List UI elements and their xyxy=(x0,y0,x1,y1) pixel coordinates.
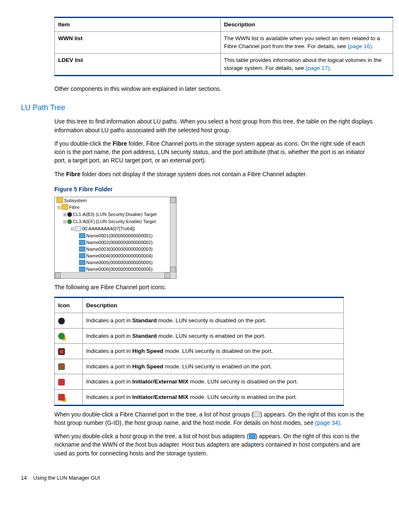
tree-node-hba[interactable]: Name0002(0000000000000002) xyxy=(55,239,176,246)
hba-icon xyxy=(79,240,85,245)
paragraph: The Fibre folder does not display if the… xyxy=(54,170,374,178)
tree-node-hba[interactable]: Name0006(0000000000000006) xyxy=(55,266,176,272)
cell-icon xyxy=(55,313,83,329)
paragraph: When you double-click a Fibre Channel po… xyxy=(54,410,374,427)
hba-icon xyxy=(79,253,85,258)
figure-caption: Figure 5 Fibre Folder xyxy=(54,185,374,193)
th-icon: Icon xyxy=(55,297,83,313)
cell-desc: Indicates a port in High Speed mode. LUN… xyxy=(83,359,344,374)
table-row: Indicates a port in Standard mode. LUN s… xyxy=(55,313,344,329)
vertical-scrollbar[interactable] xyxy=(170,197,176,272)
table-row: WWN list The WWN list is available when … xyxy=(55,31,393,53)
paragraph: Use this tree to find information about … xyxy=(54,117,374,134)
th-item: Item xyxy=(55,18,221,32)
cell-desc: The WWN list is available when you selec… xyxy=(220,31,393,53)
link-page-17[interactable]: (page 17) xyxy=(306,65,330,71)
table-row: Indicates a port in Initiator/External M… xyxy=(55,374,344,390)
hba-icon xyxy=(79,267,85,272)
page-number: 14 xyxy=(21,475,27,481)
cell-icon xyxy=(55,359,83,374)
hostgroup-icon xyxy=(75,226,81,231)
tree-node-port[interactable]: ⊟CL3-A(EF) (LUN Security:Enable) Target xyxy=(55,218,176,225)
link-page-16[interactable]: (page 16) xyxy=(348,43,372,49)
hba-icon xyxy=(79,233,85,238)
cell-item: LDEV list xyxy=(58,57,83,63)
folder-icon xyxy=(56,198,63,203)
tree-node-fibre[interactable]: ⊟Fibre xyxy=(55,204,176,211)
table-row: LDEV list This table provides informatio… xyxy=(55,53,393,75)
cell-desc: Indicates a port in Standard mode. LUN s… xyxy=(83,328,344,344)
paragraph: Other components in this window are expl… xyxy=(54,85,374,93)
paragraph: When you double-click a host group in th… xyxy=(54,432,374,457)
tree-node-port[interactable]: ⊞CL1-A(B3) (LUN Security:Disable) Target xyxy=(55,211,176,218)
cell-desc: Indicates a port in Initiator/External M… xyxy=(83,374,344,390)
th-desc: Description xyxy=(220,18,393,32)
cell-desc: Indicates a port in High Speed mode. LUN… xyxy=(83,344,344,359)
hba-icon xyxy=(79,247,85,252)
hba-icon xyxy=(249,433,256,439)
port-icon xyxy=(67,219,72,224)
tree-node-hba[interactable]: Name0005(0000000000000005) xyxy=(55,259,176,266)
cell-icon xyxy=(55,344,83,359)
cell-icon xyxy=(55,389,83,405)
port-mode-icon xyxy=(58,394,65,401)
port-mode-icon xyxy=(58,333,65,339)
cell-icon xyxy=(55,374,83,390)
paragraph: The following are Fibre Channel port ico… xyxy=(54,283,374,291)
tree-node-hba[interactable]: Name0003(0000000000000003) xyxy=(55,246,176,252)
table-row: Indicates a port in Standard mode. LUN s… xyxy=(55,328,344,344)
horizontal-scrollbar[interactable] xyxy=(55,272,176,278)
port-icon xyxy=(67,212,72,217)
page-footer: 14 Using the LUN Manager GUI xyxy=(21,474,374,482)
tree-node-subsystem[interactable]: Subsystem xyxy=(55,197,176,204)
table-row: Indicates a port in High Speed mode. LUN… xyxy=(55,344,344,359)
cell-icon xyxy=(55,328,83,344)
table-row: Indicates a port in High Speed mode. LUN… xyxy=(55,359,344,374)
port-mode-icon xyxy=(58,348,65,355)
link-page-34[interactable]: (page 34) xyxy=(315,419,340,426)
footer-title: Using the LUN Manager GUI xyxy=(33,475,100,481)
port-icon-table: Icon Description Indicates a port in Sta… xyxy=(54,297,344,406)
port-mode-icon xyxy=(58,363,65,370)
cell-desc: Indicates a port in Initiator/External M… xyxy=(83,389,344,405)
cell-desc: Indicates a port in Standard mode. LUN s… xyxy=(83,313,344,329)
folder-icon xyxy=(61,204,68,210)
fibre-folder-tree: Subsystem ⊟Fibre ⊞CL1-A(B3) (LUN Securit… xyxy=(54,197,176,279)
item-description-table: Item Description WWN list The WWN list i… xyxy=(54,17,393,76)
th-desc: Description xyxy=(83,297,344,313)
paragraph: If you double-click the Fibre folder, Fi… xyxy=(54,139,374,165)
section-heading-lu-path-tree: LU Path Tree xyxy=(21,102,374,113)
port-mode-icon xyxy=(58,318,65,324)
tree-node-hba[interactable]: Name0001(0000000000000001) xyxy=(55,232,176,239)
cell-desc: This table provides information about th… xyxy=(220,53,393,75)
hostgroup-icon xyxy=(253,411,260,417)
port-mode-icon xyxy=(58,379,65,386)
table-row: Indicates a port in Initiator/External M… xyxy=(55,389,344,405)
tree-node-hostgroup[interactable]: ⊟00:AAAAAAA4(07[Tru64]) xyxy=(55,225,176,232)
hba-icon xyxy=(79,260,85,265)
cell-item: WWN list xyxy=(58,35,83,41)
tree-node-hba[interactable]: Name0004(0000000000000004) xyxy=(55,252,176,259)
